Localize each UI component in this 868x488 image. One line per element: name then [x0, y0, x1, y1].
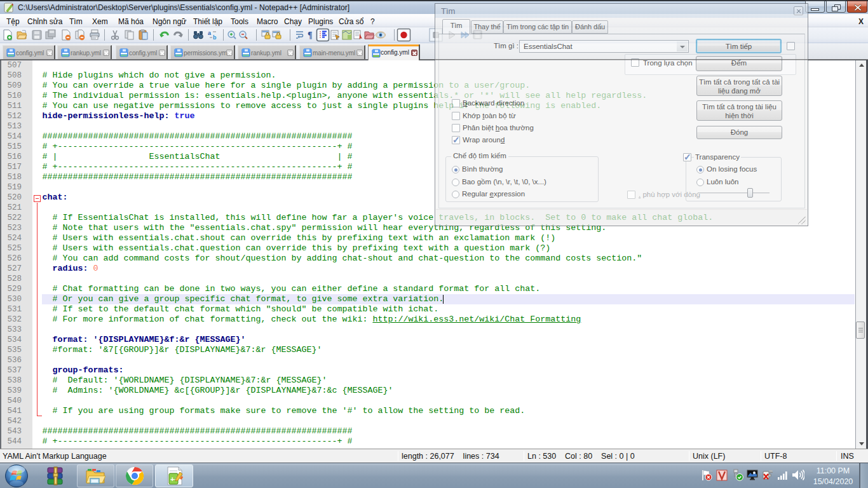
- svg-text:b: b: [213, 34, 217, 41]
- svg-text:a: a: [208, 30, 212, 36]
- svg-text:¶: ¶: [308, 30, 313, 40]
